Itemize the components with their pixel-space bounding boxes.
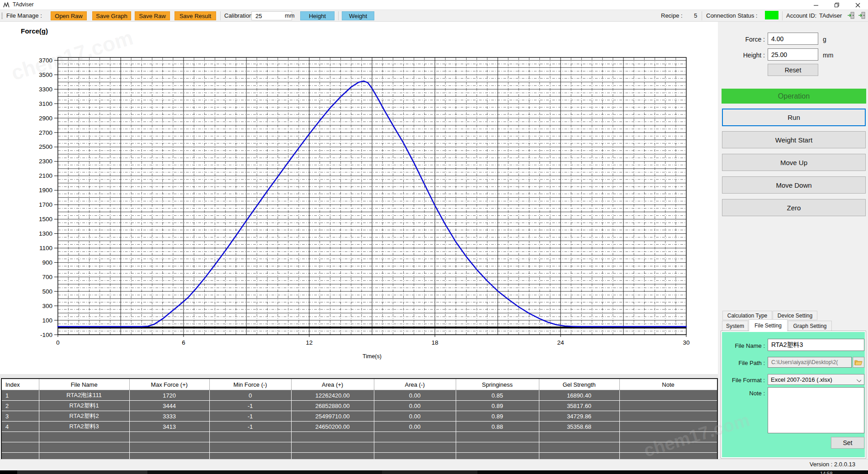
y-tick-label: 900 — [42, 259, 52, 266]
connection-status-label: Connection Status : — [706, 12, 757, 19]
table-cell: -1 — [209, 411, 291, 422]
save-graph-button[interactable]: Save Graph — [92, 11, 131, 20]
y-tick-label: 3700 — [39, 57, 52, 64]
table-cell — [619, 390, 717, 401]
table-row[interactable]: 4RTA2塑料33413-124650200.000.000.8835358.6… — [2, 422, 717, 432]
column-header[interactable]: Index — [2, 379, 39, 390]
column-header[interactable]: Springiness — [456, 379, 539, 390]
column-header[interactable]: Note — [619, 379, 717, 390]
tab-system[interactable]: System — [722, 321, 748, 331]
tab-graph-setting[interactable]: Graph Setting — [788, 321, 832, 331]
minimize-icon — [814, 3, 819, 8]
file-format-label: File Format : — [723, 377, 765, 384]
toolbar-separator — [782, 11, 783, 20]
table-cell — [39, 432, 129, 442]
table-cell — [456, 453, 539, 460]
column-header[interactable]: Area (-) — [374, 379, 456, 390]
table-cell: 35358.68 — [539, 422, 619, 432]
open-raw-button[interactable]: Open Raw — [51, 11, 87, 20]
table-cell: 24650200.00 — [291, 422, 374, 432]
file-name-input[interactable] — [768, 339, 864, 351]
table-cell — [539, 453, 619, 460]
column-header[interactable]: File Name — [39, 379, 129, 390]
table-cell — [374, 442, 456, 453]
y-tick-label: 2300 — [39, 158, 52, 165]
login-icon[interactable] — [847, 12, 855, 19]
y-tick-label: 3300 — [39, 86, 52, 93]
table-cell — [129, 442, 209, 453]
restore-icon — [834, 2, 840, 8]
table-cell: 0 — [209, 390, 291, 401]
tab-file-setting[interactable]: File Setting — [749, 319, 788, 331]
move-down-button[interactable]: Move Down — [722, 176, 866, 194]
table-cell: RTA2塑料3 — [39, 422, 129, 432]
table-row[interactable]: 3RTA2塑料23333-125499710.000.000.8934729.8… — [2, 411, 717, 422]
table-cell: 0.89 — [456, 401, 539, 411]
weight-start-button[interactable]: Weight Start — [722, 131, 866, 148]
weight-mode-button[interactable]: Weight — [342, 11, 374, 20]
save-raw-button[interactable]: Save Raw — [135, 11, 170, 20]
table-cell: 35817.60 — [539, 401, 619, 411]
table-cell — [291, 442, 374, 453]
table-cell: RTA2塑料2 — [39, 411, 129, 422]
x-tick-label: 30 — [683, 339, 689, 346]
y-tick-label: 3100 — [39, 100, 52, 107]
table-cell: -1 — [209, 422, 291, 432]
table-row[interactable] — [2, 442, 717, 453]
run-button[interactable]: Run — [722, 109, 866, 126]
column-header[interactable]: Min Force (-) — [209, 379, 291, 390]
y-tick-label: 3500 — [39, 71, 52, 78]
table-cell — [619, 401, 717, 411]
table-cell — [539, 442, 619, 453]
x-tick-label: 6 — [182, 339, 185, 346]
restore-button[interactable] — [826, 0, 847, 10]
close-button[interactable] — [847, 0, 868, 10]
minimize-button[interactable] — [806, 0, 826, 10]
save-result-button[interactable]: Save Result — [175, 11, 216, 20]
reset-button[interactable]: Reset — [768, 64, 818, 76]
results-table: IndexFile NameMax Force (+)Min Force (-)… — [2, 379, 717, 459]
account-id-value: TAdviser — [819, 12, 842, 19]
y-tick-label: 2900 — [39, 115, 52, 122]
table-cell — [39, 453, 129, 460]
y-tick-label: 2100 — [39, 172, 52, 179]
results-table-container[interactable]: IndexFile NameMax Force (+)Min Force (-)… — [1, 378, 718, 459]
logout-icon[interactable] — [858, 12, 866, 19]
height-mode-button[interactable]: Height — [300, 11, 335, 20]
table-cell — [619, 432, 717, 442]
file-path-input[interactable] — [768, 357, 852, 368]
tab-device-setting[interactable]: Device Setting — [773, 311, 817, 320]
zero-button[interactable]: Zero — [722, 199, 866, 216]
note-textarea[interactable] — [768, 387, 864, 433]
recipe-value: 5 — [694, 12, 697, 19]
table-cell — [619, 442, 717, 453]
table-cell: 34729.86 — [539, 411, 619, 422]
table-cell — [619, 411, 717, 422]
file-format-select[interactable]: Excel 2007-2016 (.xlsx) — [768, 374, 864, 385]
windows-taskbar[interactable]: 14:58 — [0, 470, 868, 474]
version-label: Version : 2.0.0.13 — [810, 461, 855, 468]
force-input[interactable] — [768, 33, 818, 45]
table-cell: 1720 — [129, 390, 209, 401]
y-tick-label: 500 — [42, 288, 52, 295]
table-cell: 16890.40 — [539, 390, 619, 401]
column-header[interactable]: Max Force (+) — [129, 379, 209, 390]
table-row[interactable] — [2, 453, 717, 460]
table-row[interactable]: 1RTA2泡沫1111720012262420.000.000.8516890.… — [2, 390, 717, 401]
table-cell — [619, 422, 717, 432]
force-label: Force : — [720, 36, 765, 43]
note-label: Note : — [723, 390, 765, 397]
column-header[interactable]: Area (+) — [291, 379, 374, 390]
table-row[interactable] — [2, 432, 717, 442]
column-header[interactable]: Gel Strength — [539, 379, 619, 390]
status-strip — [0, 459, 868, 470]
table-row[interactable]: 2RTA2塑料13444-126852880.000.000.8935817.6… — [2, 401, 717, 411]
x-tick-label: 12 — [306, 339, 312, 346]
table-cell — [129, 432, 209, 442]
height-input[interactable] — [768, 48, 818, 61]
browse-folder-button[interactable] — [853, 357, 864, 368]
set-button[interactable]: Set — [831, 437, 864, 449]
y-tick-label: 2700 — [39, 129, 52, 136]
tab-calculation-type[interactable]: Calculation Type — [722, 311, 772, 320]
move-up-button[interactable]: Move Up — [722, 154, 866, 171]
